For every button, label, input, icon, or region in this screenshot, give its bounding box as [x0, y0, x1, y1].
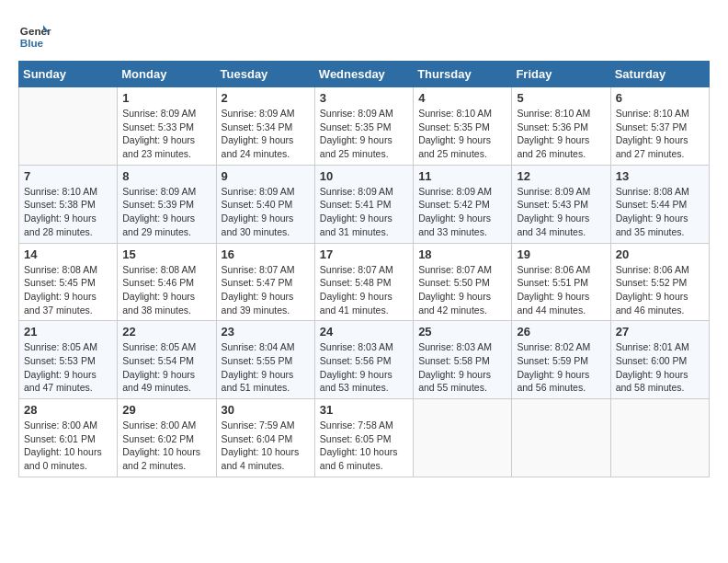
calendar-cell: 14Sunrise: 8:08 AM Sunset: 5:45 PM Dayli…: [19, 243, 118, 321]
day-info: Sunrise: 8:09 AM Sunset: 5:43 PM Dayligh…: [517, 185, 605, 239]
day-info: Sunrise: 8:08 AM Sunset: 5:44 PM Dayligh…: [616, 185, 704, 239]
calendar-cell: 12Sunrise: 8:09 AM Sunset: 5:43 PM Dayli…: [512, 165, 610, 243]
day-info: Sunrise: 8:09 AM Sunset: 5:39 PM Dayligh…: [122, 185, 210, 239]
day-number: 5: [517, 91, 605, 105]
day-info: Sunrise: 8:05 AM Sunset: 5:53 PM Dayligh…: [24, 340, 112, 395]
calendar-cell: [610, 399, 709, 477]
day-number: 17: [320, 247, 408, 261]
day-number: 4: [418, 91, 506, 105]
day-info: Sunrise: 8:07 AM Sunset: 5:47 PM Dayligh…: [222, 263, 310, 317]
day-number: 3: [320, 91, 408, 105]
calendar-cell: 13Sunrise: 8:08 AM Sunset: 5:44 PM Dayli…: [610, 165, 709, 243]
calendar-cell: [414, 399, 512, 477]
calendar-cell: 17Sunrise: 8:07 AM Sunset: 5:48 PM Dayli…: [314, 243, 413, 321]
day-info: Sunrise: 8:09 AM Sunset: 5:33 PM Dayligh…: [122, 107, 210, 161]
day-info: Sunrise: 8:09 AM Sunset: 5:40 PM Dayligh…: [222, 185, 310, 239]
day-number: 24: [320, 325, 408, 339]
calendar-cell: 16Sunrise: 8:07 AM Sunset: 5:47 PM Dayli…: [216, 243, 314, 321]
day-info: Sunrise: 8:10 AM Sunset: 5:37 PM Dayligh…: [616, 107, 704, 161]
day-info: Sunrise: 8:00 AM Sunset: 6:01 PM Dayligh…: [24, 419, 112, 473]
svg-text:Blue: Blue: [20, 37, 44, 49]
calendar-cell: 29Sunrise: 8:00 AM Sunset: 6:02 PM Dayli…: [118, 399, 216, 477]
calendar-cell: 31Sunrise: 7:58 AM Sunset: 6:05 PM Dayli…: [314, 399, 413, 477]
calendar-cell: 26Sunrise: 8:02 AM Sunset: 5:59 PM Dayli…: [512, 321, 610, 399]
calendar-cell: 2Sunrise: 8:09 AM Sunset: 5:34 PM Daylig…: [216, 87, 314, 166]
calendar-cell: 3Sunrise: 8:09 AM Sunset: 5:35 PM Daylig…: [314, 87, 413, 166]
day-info: Sunrise: 8:10 AM Sunset: 5:38 PM Dayligh…: [24, 185, 112, 239]
day-info: Sunrise: 8:00 AM Sunset: 6:02 PM Dayligh…: [122, 419, 210, 473]
calendar-cell: 4Sunrise: 8:10 AM Sunset: 5:35 PM Daylig…: [414, 87, 512, 166]
calendar-cell: 30Sunrise: 7:59 AM Sunset: 6:04 PM Dayli…: [216, 399, 314, 477]
day-number: 23: [222, 325, 310, 339]
day-number: 9: [222, 169, 310, 183]
calendar-cell: 20Sunrise: 8:06 AM Sunset: 5:52 PM Dayli…: [610, 243, 709, 321]
day-info: Sunrise: 8:10 AM Sunset: 5:35 PM Dayligh…: [418, 107, 506, 161]
day-number: 28: [24, 403, 112, 417]
calendar-week-row: 21Sunrise: 8:05 AM Sunset: 5:53 PM Dayli…: [19, 321, 710, 399]
day-number: 6: [616, 91, 704, 105]
page-header: General Blue: [18, 18, 710, 52]
calendar-cell: 23Sunrise: 8:04 AM Sunset: 5:55 PM Dayli…: [216, 321, 314, 399]
weekday-header-sunday: Sunday: [19, 62, 118, 87]
calendar-cell: 10Sunrise: 8:09 AM Sunset: 5:41 PM Dayli…: [314, 165, 413, 243]
day-number: 14: [24, 247, 112, 261]
day-number: 11: [418, 169, 506, 183]
day-number: 29: [122, 403, 210, 417]
day-number: 10: [320, 169, 408, 183]
day-number: 16: [222, 247, 310, 261]
day-number: 12: [517, 169, 605, 183]
calendar-cell: 24Sunrise: 8:03 AM Sunset: 5:56 PM Dayli…: [314, 321, 413, 399]
calendar-table: SundayMondayTuesdayWednesdayThursdayFrid…: [18, 61, 710, 477]
day-info: Sunrise: 8:06 AM Sunset: 5:52 PM Dayligh…: [616, 263, 704, 317]
day-info: Sunrise: 8:09 AM Sunset: 5:35 PM Dayligh…: [320, 107, 408, 161]
weekday-header-wednesday: Wednesday: [314, 62, 413, 87]
day-info: Sunrise: 8:02 AM Sunset: 5:59 PM Dayligh…: [517, 340, 605, 395]
day-info: Sunrise: 8:03 AM Sunset: 5:58 PM Dayligh…: [418, 340, 506, 395]
calendar-cell: 19Sunrise: 8:06 AM Sunset: 5:51 PM Dayli…: [512, 243, 610, 321]
day-info: Sunrise: 8:05 AM Sunset: 5:54 PM Dayligh…: [122, 340, 210, 395]
calendar-cell: 21Sunrise: 8:05 AM Sunset: 5:53 PM Dayli…: [19, 321, 118, 399]
day-number: 1: [122, 91, 210, 105]
calendar-cell: 25Sunrise: 8:03 AM Sunset: 5:58 PM Dayli…: [414, 321, 512, 399]
day-number: 25: [418, 325, 506, 339]
day-number: 8: [122, 169, 210, 183]
calendar-cell: 5Sunrise: 8:10 AM Sunset: 5:36 PM Daylig…: [512, 87, 610, 166]
day-info: Sunrise: 8:06 AM Sunset: 5:51 PM Dayligh…: [517, 263, 605, 317]
calendar-cell: 7Sunrise: 8:10 AM Sunset: 5:38 PM Daylig…: [19, 165, 118, 243]
calendar-cell: 28Sunrise: 8:00 AM Sunset: 6:01 PM Dayli…: [19, 399, 118, 477]
day-info: Sunrise: 8:07 AM Sunset: 5:50 PM Dayligh…: [418, 263, 506, 317]
calendar-cell: [19, 87, 118, 166]
day-number: 21: [24, 325, 112, 339]
day-number: 30: [222, 403, 310, 417]
calendar-header-row: SundayMondayTuesdayWednesdayThursdayFrid…: [19, 62, 710, 87]
calendar-week-row: 28Sunrise: 8:00 AM Sunset: 6:01 PM Dayli…: [19, 399, 710, 477]
day-number: 22: [122, 325, 210, 339]
day-info: Sunrise: 7:59 AM Sunset: 6:04 PM Dayligh…: [222, 419, 310, 473]
logo: General Blue: [18, 18, 51, 52]
day-info: Sunrise: 8:09 AM Sunset: 5:34 PM Dayligh…: [222, 107, 310, 161]
day-number: 18: [418, 247, 506, 261]
weekday-header-friday: Friday: [512, 62, 610, 87]
day-number: 27: [616, 325, 704, 339]
day-info: Sunrise: 8:04 AM Sunset: 5:55 PM Dayligh…: [222, 340, 310, 395]
calendar-week-row: 1Sunrise: 8:09 AM Sunset: 5:33 PM Daylig…: [19, 87, 710, 166]
day-number: 15: [122, 247, 210, 261]
day-number: 2: [222, 91, 310, 105]
weekday-header-saturday: Saturday: [610, 62, 709, 87]
weekday-header-tuesday: Tuesday: [216, 62, 314, 87]
weekday-header-monday: Monday: [118, 62, 216, 87]
day-info: Sunrise: 8:08 AM Sunset: 5:46 PM Dayligh…: [122, 263, 210, 317]
calendar-cell: [512, 399, 610, 477]
day-info: Sunrise: 8:03 AM Sunset: 5:56 PM Dayligh…: [320, 340, 408, 395]
day-number: 7: [24, 169, 112, 183]
calendar-cell: 18Sunrise: 8:07 AM Sunset: 5:50 PM Dayli…: [414, 243, 512, 321]
day-number: 26: [517, 325, 605, 339]
day-info: Sunrise: 8:09 AM Sunset: 5:41 PM Dayligh…: [320, 185, 408, 239]
day-info: Sunrise: 8:10 AM Sunset: 5:36 PM Dayligh…: [517, 107, 605, 161]
calendar-cell: 27Sunrise: 8:01 AM Sunset: 6:00 PM Dayli…: [610, 321, 709, 399]
day-info: Sunrise: 8:09 AM Sunset: 5:42 PM Dayligh…: [418, 185, 506, 239]
calendar-cell: 8Sunrise: 8:09 AM Sunset: 5:39 PM Daylig…: [118, 165, 216, 243]
calendar-week-row: 14Sunrise: 8:08 AM Sunset: 5:45 PM Dayli…: [19, 243, 710, 321]
logo-icon: General Blue: [18, 18, 51, 52]
day-number: 19: [517, 247, 605, 261]
